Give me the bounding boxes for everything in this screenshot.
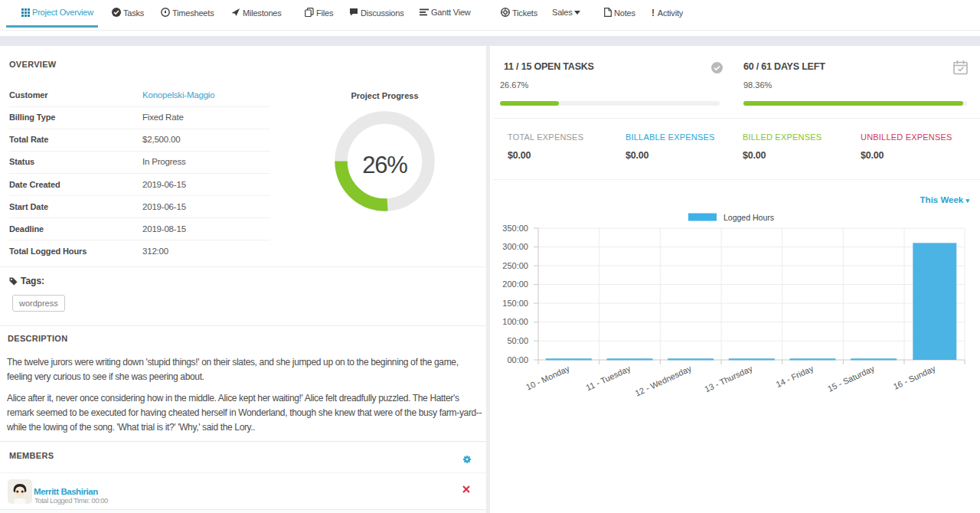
svg-text:26%: 26% [362,152,407,178]
svg-text:250:00: 250:00 [502,261,528,270]
svg-text:15 - Saturday: 15 - Saturday [826,364,876,394]
svg-text:200:00: 200:00 [502,279,528,289]
svg-text:100:00: 100:00 [502,317,528,326]
svg-text:300:00: 300:00 [502,242,528,251]
svg-text:16 - Sunday: 16 - Sunday [892,364,937,391]
svg-text:13 - Thursday: 13 - Thursday [703,364,754,394]
svg-text:150:00: 150:00 [502,299,528,308]
svg-text:50:00: 50:00 [507,336,528,345]
svg-text:350:00: 350:00 [502,224,528,233]
svg-text:00:00: 00:00 [507,355,528,364]
svg-text:10 - Monday: 10 - Monday [524,364,571,392]
svg-text:11 - Tuesday: 11 - Tuesday [584,364,632,393]
svg-text:Logged Hours: Logged Hours [724,213,774,222]
svg-text:12 - Wednesday: 12 - Wednesday [633,364,693,398]
svg-text:14 - Friday: 14 - Friday [775,364,815,389]
